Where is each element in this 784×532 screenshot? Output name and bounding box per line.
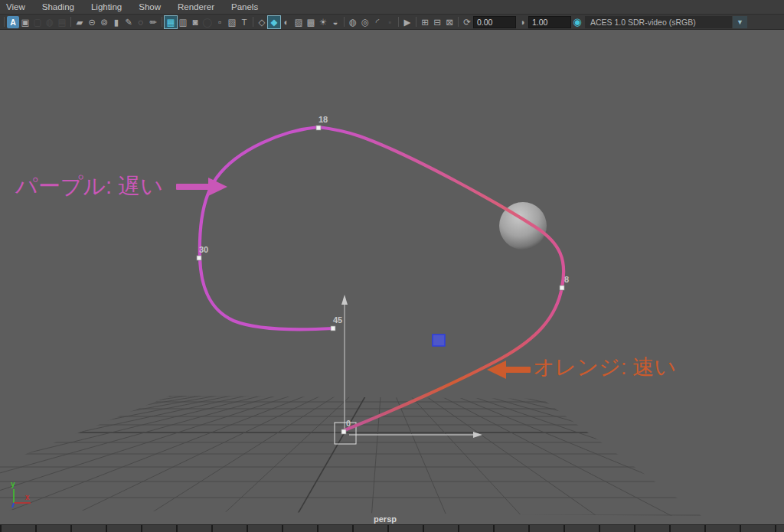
annotation-orange-fast: オレンジ: 速い — [533, 353, 676, 382]
ssao-icon[interactable]: ◍ — [347, 16, 359, 28]
view-transform-select[interactable]: ACES 1.0 SDR-video (sRGB) — [585, 16, 732, 28]
motion-trail[interactable] — [200, 127, 564, 430]
menu-shading[interactable]: Shading — [42, 2, 74, 11]
camera-lock-icon[interactable]: ⊝ — [86, 16, 98, 28]
trail-key-frame-8[interactable] — [560, 286, 564, 290]
y-axis-label: y — [11, 480, 15, 488]
toolbar-divider — [398, 17, 399, 27]
toolbar-divider — [458, 17, 459, 27]
motion-blur-icon[interactable]: ◎ — [359, 16, 371, 28]
view-axis-gizmo: y x — [11, 480, 31, 508]
camera-orbit-icon[interactable]: ⊚ — [98, 16, 110, 28]
camera-name-label: persp — [0, 514, 770, 524]
pencil-tool-icon[interactable]: ✏ — [147, 16, 159, 28]
toolbar-divider — [4, 17, 5, 27]
resolution-gate-icon[interactable]: ▢ — [31, 16, 44, 28]
menu-lighting[interactable]: Lighting — [91, 2, 122, 11]
film-strip-icon[interactable]: ▥ — [177, 16, 189, 28]
gamma-field[interactable] — [528, 16, 571, 28]
contrast-icon[interactable]: ◑ — [516, 16, 528, 28]
translate-manipulator[interactable] — [335, 295, 482, 444]
trail-frame-label-8: 8 — [564, 275, 569, 284]
annotation-purple-slow: パープル: 遅い — [15, 171, 163, 202]
color-management-toggle-icon[interactable]: ◉ — [571, 16, 583, 28]
toolbar-divider — [70, 17, 71, 27]
camera-select-icon[interactable]: ▰ — [74, 16, 86, 28]
selected-cube-object[interactable] — [433, 335, 445, 346]
field-chart-icon[interactable]: ▤ — [56, 16, 68, 28]
xray-active-components-icon[interactable]: ⊟ — [431, 16, 443, 28]
purple-annotation-arrow — [176, 178, 227, 196]
trail-frame-label-30: 30 — [199, 245, 208, 254]
render-option-icon[interactable]: ▪ — [384, 16, 396, 28]
grease-pencil-icon[interactable]: ✎ — [122, 16, 135, 28]
viewport-3d[interactable]: 08183045 y x — [0, 30, 784, 525]
toolbar-divider — [416, 17, 416, 27]
zoom-region-icon[interactable]: ◌ — [135, 16, 147, 28]
wireframe-mode-icon[interactable]: ◇ — [256, 16, 268, 28]
panel-menubar: ViewShadingLightingShowRendererPanels — [0, 0, 784, 14]
menu-view[interactable]: View — [6, 2, 25, 11]
shadows-icon[interactable]: ◒ — [329, 16, 341, 28]
x-axis-label: x — [25, 493, 30, 501]
image-plane-icon[interactable]: ▧ — [226, 16, 238, 28]
menu-renderer[interactable]: Renderer — [178, 2, 214, 11]
greasepencil-frames-icon[interactable]: ▫ — [214, 16, 226, 28]
gate-mask-display-icon[interactable]: ◯ — [201, 16, 214, 28]
wireframe-on-shaded-icon[interactable]: ▩ — [305, 16, 317, 28]
view-transform-dropdown-arrow-icon[interactable]: ▼ — [733, 16, 747, 28]
ground-grid — [0, 396, 784, 517]
trail-key-frame-18[interactable] — [316, 126, 321, 130]
bookmark-icon[interactable]: ▮ — [110, 16, 122, 28]
maya-viewport-window: ViewShadingLightingShowRendererPanels A▣… — [0, 0, 784, 532]
select-by-name-icon[interactable]: A — [7, 16, 19, 28]
xray-icon[interactable]: ⊞ — [419, 16, 431, 28]
safe-frame-icon[interactable]: ◙ — [189, 16, 201, 28]
textured-mode-icon[interactable]: ▨ — [292, 16, 305, 28]
xray-joints-icon[interactable]: ⊠ — [443, 16, 456, 28]
toolbar-divider — [162, 17, 162, 27]
trail-key-frame-0[interactable] — [341, 429, 346, 434]
panel-toolbar: A▣▢◍▤▰⊝⊚▮✎◌✏▦▥◙◯▫▧T◇◆◐▨▩☀◒◍◎◜▪▶⊞⊟⊠⟳◑◉ACE… — [0, 14, 784, 30]
gate-mask-icon[interactable]: ◍ — [44, 16, 56, 28]
trail-key-frame-30[interactable] — [197, 256, 201, 260]
smooth-shade-icon[interactable]: ◐ — [280, 16, 292, 28]
shaded-mode-icon[interactable]: ◆ — [268, 16, 280, 28]
menu-show[interactable]: Show — [139, 2, 161, 11]
time-slider-edge[interactable] — [0, 524, 784, 532]
toolbar-divider — [344, 17, 345, 27]
trail-frame-label-18: 18 — [318, 115, 328, 124]
grid-toggle-icon[interactable]: ▦ — [165, 16, 177, 28]
menu-panels[interactable]: Panels — [231, 2, 258, 11]
anti-aliasing-icon[interactable]: ◜ — [371, 16, 384, 28]
hud-text-icon[interactable]: T — [238, 16, 250, 28]
trail-key-frame-45[interactable] — [331, 326, 335, 331]
exposure-field[interactable] — [473, 16, 516, 28]
exposure-icon[interactable]: ⟳ — [461, 16, 473, 28]
film-gate-icon[interactable]: ▣ — [19, 16, 31, 28]
motion-trail-slow-segment — [200, 127, 333, 329]
z-axis-line — [12, 503, 14, 508]
toolbar-divider — [253, 17, 253, 27]
motion-trail-keys[interactable]: 08183045 — [197, 115, 569, 434]
use-lights-icon[interactable]: ☀ — [317, 16, 329, 28]
isolate-select-icon[interactable]: ▶ — [401, 16, 413, 28]
trail-frame-label-0: 0 — [346, 419, 351, 428]
trail-frame-label-45: 45 — [333, 315, 342, 325]
